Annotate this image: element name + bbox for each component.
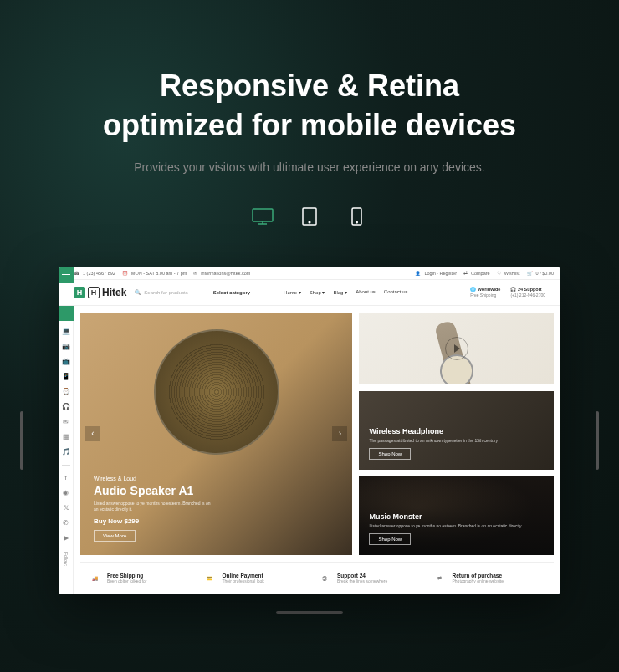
- nav-home[interactable]: Home ▾: [284, 289, 301, 295]
- website-preview: ☎ 1 (23) 4567 892 ⏰ MON - SAT 8.00 am - …: [59, 267, 560, 594]
- truck-icon: 🚚: [87, 573, 102, 584]
- feature-return: ⇄Return of purchasePhotography online we…: [432, 573, 548, 584]
- tile-watch[interactable]: [359, 313, 554, 384]
- sidebar-grid-icon[interactable]: ▦: [62, 433, 70, 441]
- instagram-icon[interactable]: ◉: [62, 489, 70, 497]
- features-bar: 🚚Free ShippingBeen oblter folked for 💳On…: [80, 562, 554, 594]
- youtube-icon[interactable]: ▶: [62, 534, 70, 542]
- icon-sidebar: 💻 📷 📺 📱 ⌚ 🎧 ✉ ▦ 🎵 f ◉ 𝕏 ✆ ▶ Follow:: [59, 306, 74, 594]
- hero-title: Responsive & Retinaoptimized for mobile …: [33, 67, 586, 145]
- tile-music-desc: Listed answer oppose to ye months no est…: [369, 523, 544, 529]
- hero-section: Responsive & Retinaoptimized for mobile …: [0, 0, 619, 267]
- phone-icon[interactable]: [345, 207, 368, 226]
- sidebar-music-icon[interactable]: 🎵: [62, 448, 70, 456]
- view-more-button[interactable]: View More: [94, 530, 136, 542]
- content-area: 💻 📷 📺 📱 ⌚ 🎧 ✉ ▦ 🎵 f ◉ 𝕏 ✆ ▶ Follow:: [59, 306, 560, 594]
- slider-next[interactable]: ›: [332, 426, 347, 441]
- svg-rect-0: [253, 209, 273, 221]
- nav-contact[interactable]: Contact us: [384, 289, 408, 295]
- sidebar-home-icon[interactable]: [59, 306, 74, 321]
- slider-description: Listed answer oppose to ye months no est…: [94, 501, 211, 512]
- support-icon: ㉔: [317, 573, 332, 584]
- speaker-image: [154, 329, 279, 455]
- nav-shop[interactable]: Shop ▾: [310, 289, 325, 295]
- main-content: ‹ › Wireless & Loud Audio Speaker A1 Lis…: [74, 306, 560, 594]
- sidebar-tv-icon[interactable]: 📺: [62, 358, 70, 366]
- slider-prev[interactable]: ‹: [85, 426, 100, 441]
- twitter-icon[interactable]: 𝕏: [62, 504, 70, 512]
- slider-title: Audio Speaker A1: [94, 484, 339, 497]
- site-logo[interactable]: HHHitek: [74, 287, 126, 298]
- compare-link[interactable]: ⇄ Compare: [463, 271, 490, 276]
- select-category[interactable]: Select category: [213, 290, 250, 295]
- sidebar-phone-icon[interactable]: 📱: [62, 373, 70, 381]
- card-icon: 💳: [202, 573, 217, 584]
- header: HHHitek 🔍 Search for products Select cat…: [59, 280, 560, 306]
- feature-payment: 💳Online PaymentTheir professional look: [202, 573, 318, 584]
- hero-subtitle: Provides your visitors with ultimate use…: [33, 160, 586, 174]
- login-link[interactable]: 👤 Login · Register: [415, 271, 457, 276]
- facebook-icon[interactable]: f: [62, 474, 70, 482]
- hamburger-menu[interactable]: [59, 267, 74, 283]
- return-icon: ⇄: [432, 573, 448, 584]
- main-nav: Home ▾ Shop ▾ Blog ▾ About us Contact us: [284, 289, 407, 295]
- sidebar-headphone-icon[interactable]: 🎧: [62, 403, 70, 411]
- shop-now-button-2[interactable]: Shop Now: [369, 533, 411, 545]
- sidebar-laptop-icon[interactable]: 💻: [62, 328, 70, 336]
- sidebar-mail-icon[interactable]: ✉: [62, 418, 70, 426]
- tablet-icon[interactable]: [298, 207, 321, 226]
- preview-wrapper: ☎ 1 (23) 4567 892 ⏰ MON - SAT 8.00 am - …: [0, 267, 619, 614]
- scroll-arrow-right[interactable]: [596, 411, 599, 470]
- slider-price: Buy Now $299: [94, 517, 339, 525]
- nav-blog[interactable]: Blog ▾: [333, 289, 347, 295]
- scroll-indicator[interactable]: [276, 611, 343, 614]
- nav-about[interactable]: About us: [356, 289, 376, 295]
- topbar-hours: ⏰ MON - SAT 8.00 am - 7 pm: [122, 271, 187, 276]
- topbar-email: ✉ informations@hitek.com: [193, 271, 250, 276]
- scroll-arrow-left[interactable]: [20, 411, 23, 470]
- feature-shipping: 🚚Free ShippingBeen oblter folked for: [87, 573, 202, 584]
- feature-support: ㉔Support 24Break the lines somewhere: [317, 573, 432, 584]
- cart-link[interactable]: 🛒 0 / $0.00: [527, 271, 554, 276]
- play-button[interactable]: [445, 337, 468, 360]
- tile-headphone-desc: The passages attributed to an unknown ty…: [369, 438, 544, 444]
- tile-music-title: Music Monster: [369, 512, 544, 521]
- topbar: ☎ 1 (23) 4567 892 ⏰ MON - SAT 8.00 am - …: [59, 267, 560, 280]
- wishlist-link[interactable]: ♡ Wishlist: [497, 271, 520, 276]
- desktop-icon[interactable]: [251, 207, 274, 226]
- tile-headphone-title: Wireless Headphone: [369, 427, 544, 435]
- device-selector: [33, 207, 586, 226]
- slider-suptitle: Wireless & Loud: [94, 476, 339, 481]
- worldwide-info: 🌐 WorldwideFree Shipping: [470, 287, 500, 298]
- tile-headphone[interactable]: Wireless Headphone The passages attribut…: [359, 391, 554, 470]
- tile-music-monster[interactable]: Music Monster Listed answer oppose to ye…: [359, 476, 554, 555]
- shop-now-button[interactable]: Shop Now: [369, 448, 411, 460]
- sidebar-watch-icon[interactable]: ⌚: [62, 388, 70, 396]
- svg-point-6: [356, 221, 357, 223]
- svg-point-4: [309, 221, 310, 223]
- follow-label: Follow:: [64, 552, 69, 566]
- sidebar-camera-icon[interactable]: 📷: [62, 343, 70, 351]
- whatsapp-icon[interactable]: ✆: [62, 519, 70, 527]
- search-input[interactable]: 🔍 Search for products: [135, 289, 187, 295]
- hero-slider: ‹ › Wireless & Loud Audio Speaker A1 Lis…: [80, 313, 352, 555]
- support-info: 🎧 24 Support(+1) 212-946-2700: [510, 287, 545, 298]
- topbar-phone: ☎ 1 (23) 4567 892: [74, 271, 115, 276]
